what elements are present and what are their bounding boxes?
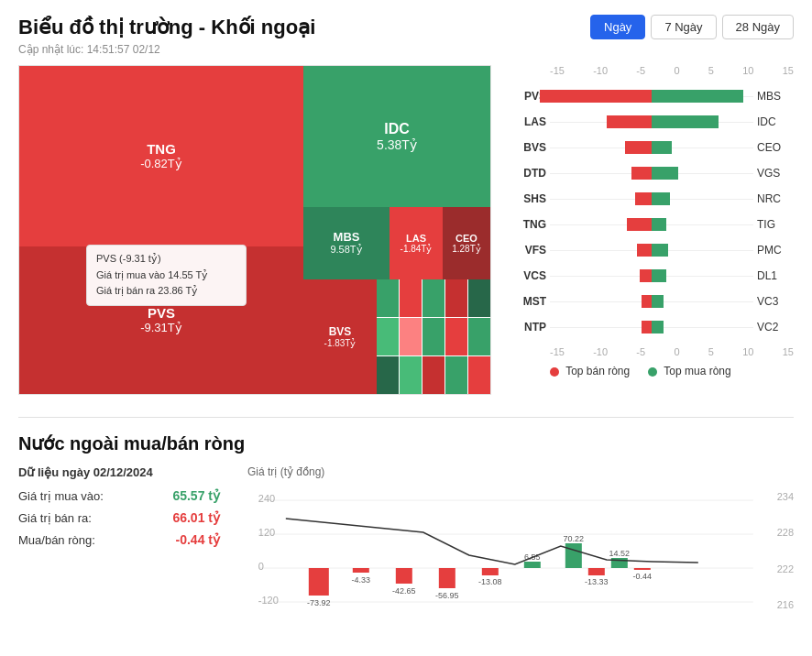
bar-pos-vc3	[652, 295, 664, 308]
bar-left-bvs: BVS	[510, 141, 546, 154]
bar-tng-tig	[550, 218, 753, 231]
tm-cell	[445, 318, 467, 355]
tm-cell	[377, 356, 399, 394]
pvs-value: -9.31Tỷ	[140, 321, 182, 334]
bar-neg-ntp	[642, 321, 652, 333]
svg-rect-14	[439, 568, 455, 588]
bar-pos-nrc	[652, 192, 670, 205]
svg-rect-8	[309, 568, 329, 596]
treemap-cell-las[interactable]: LAS -1.84Tỷ	[390, 207, 443, 279]
line-chart-svg: 240 120 0 -120 -73.92 -4.33 -42.65	[247, 482, 774, 624]
treemap-cell-idc[interactable]: IDC 5.38Tỷ	[303, 66, 490, 207]
las-value: -1.84Tỷ	[401, 244, 433, 254]
bar-row-vcs-dl1: VCS DL1	[510, 266, 794, 286]
stats-sell-value: 66.01 tỷ	[172, 510, 220, 525]
btn-7day[interactable]: 7 Ngày	[651, 15, 716, 39]
bar-left-las: LAS	[510, 115, 546, 128]
bar-left-tng: TNG	[510, 218, 546, 231]
svg-rect-18	[524, 562, 541, 568]
bar-neg-shs	[635, 192, 652, 205]
bar-row-mst-vc3: MST VC3	[510, 291, 794, 312]
treemap-cell-ceo[interactable]: CEO 1.28Tỷ	[443, 207, 490, 279]
bar-right-vc2: VC2	[757, 321, 794, 333]
svg-rect-26	[634, 568, 651, 570]
tm-cell	[422, 279, 444, 317]
treemap-small-grid	[377, 279, 490, 394]
bar-chart: PVS MBS LAS IDC	[510, 86, 794, 337]
bar-right-dl1: DL1	[757, 269, 794, 282]
bar-neg-mst	[642, 295, 652, 308]
treemap-area[interactable]: PVS (-9.31 tỷ) Giá trị mua vào 14.55 Tỷ …	[18, 65, 491, 395]
page-title: Biểu đồ thị trường - Khối ngoại	[18, 16, 315, 39]
bar-right-nrc: NRC	[757, 192, 794, 205]
bar-left-vcs: VCS	[510, 269, 546, 282]
bar-pvs-mbs	[550, 90, 753, 103]
bar-row-las-idc: LAS IDC	[510, 112, 794, 132]
treemap-cell-bvs[interactable]: BVS -1.83Tỷ	[303, 279, 377, 394]
svg-text:-4.33: -4.33	[352, 575, 371, 585]
bottom-title: Nước ngoài mua/bán ròng	[18, 432, 794, 454]
ceo-label: CEO	[455, 233, 477, 244]
bar-left-dtd: DTD	[510, 167, 546, 180]
treemap-cell-mbs[interactable]: MBS 9.58Tỷ	[303, 207, 390, 279]
bar-neg-las	[607, 115, 652, 128]
axis-neg5: -5	[636, 65, 645, 76]
idc-label: IDC	[384, 121, 410, 137]
bar-row-dtd-vgs: DTD VGS	[510, 163, 794, 183]
tm-cell	[400, 356, 422, 394]
btn-day[interactable]: Ngày	[590, 15, 645, 39]
btn-28day[interactable]: 28 Ngày	[722, 15, 794, 39]
bar-neg-tng	[627, 218, 652, 231]
axis-pos10: 10	[742, 65, 753, 76]
svg-text:120: 120	[258, 527, 275, 538]
axis-labels-bottom: -15 -10 -5 0 5 10 15	[510, 343, 794, 357]
svg-rect-22	[588, 568, 605, 575]
bar-left-ntp: NTP	[510, 321, 546, 333]
svg-rect-16	[482, 568, 499, 575]
svg-text:70.22: 70.22	[564, 534, 585, 543]
tooltip-buy: Giá trị mua vào 14.55 Tỷ	[96, 268, 236, 284]
tng-label: TNG	[147, 141, 176, 157]
stats-net-label: Mua/bán ròng:	[18, 533, 95, 547]
mbs-label: MBS	[334, 230, 360, 244]
axis-b-pos10: 10	[742, 346, 753, 357]
axis-b-zero: 0	[674, 346, 679, 357]
stats-date: Dữ liệu ngày 02/12/2024	[18, 465, 220, 479]
bar-neg-vcs	[640, 269, 652, 282]
buy-dot	[648, 367, 657, 377]
idc-value: 5.38Tỷ	[377, 137, 417, 152]
bar-row-pvs-mbs: PVS MBS	[510, 86, 794, 106]
tm-cell	[400, 279, 422, 317]
axis-neg10: -10	[593, 65, 608, 76]
tooltip-sell: Giá trị bán ra 23.86 Tỷ	[96, 283, 236, 300]
y-right-222: 222	[777, 563, 794, 574]
bar-neg-pvs	[540, 90, 652, 103]
bar-pos-vgs	[652, 167, 678, 180]
bar-vcs-dl1	[550, 269, 753, 282]
tm-cell	[422, 356, 444, 394]
axis-neg15: -15	[550, 65, 565, 76]
bvs-value: -1.83Tỷ	[324, 338, 357, 348]
bar-left-mst: MST	[510, 295, 546, 308]
y-axis-right: 234 228 222 216	[777, 482, 794, 610]
legend-sell: Top bán ròng	[550, 365, 630, 377]
tm-cell	[400, 318, 422, 355]
bvs-label: BVS	[329, 325, 352, 338]
ceo-value: 1.28Tỷ	[452, 244, 481, 254]
axis-pos5: 5	[708, 65, 714, 76]
legend-sell-label: Top bán ròng	[565, 365, 630, 377]
legend-chart: -15 -10 -5 0 5 10 15 PVS MBS	[510, 65, 794, 395]
svg-text:0: 0	[258, 561, 264, 572]
stats-buy-label: Giá trị mua vào:	[18, 489, 104, 503]
bar-pos-pmc	[652, 244, 668, 257]
bar-left-shs: SHS	[510, 192, 546, 205]
tm-cell	[468, 279, 490, 317]
axis-pos15: 15	[783, 65, 794, 76]
main-container: Biểu đồ thị trường - Khối ngoại Ngày 7 N…	[0, 0, 812, 639]
bottom-section: Nước ngoài mua/bán ròng Dữ liệu ngày 02/…	[18, 417, 794, 624]
y-right-228: 228	[777, 527, 794, 538]
header-row: Biểu đồ thị trường - Khối ngoại Ngày 7 N…	[18, 15, 794, 39]
axis-b-pos15: 15	[783, 346, 794, 357]
stats-row-buy: Giá trị mua vào: 65.57 tỷ	[18, 488, 220, 503]
treemap-cell-tng[interactable]: TNG -0.82Tỷ	[19, 66, 303, 246]
